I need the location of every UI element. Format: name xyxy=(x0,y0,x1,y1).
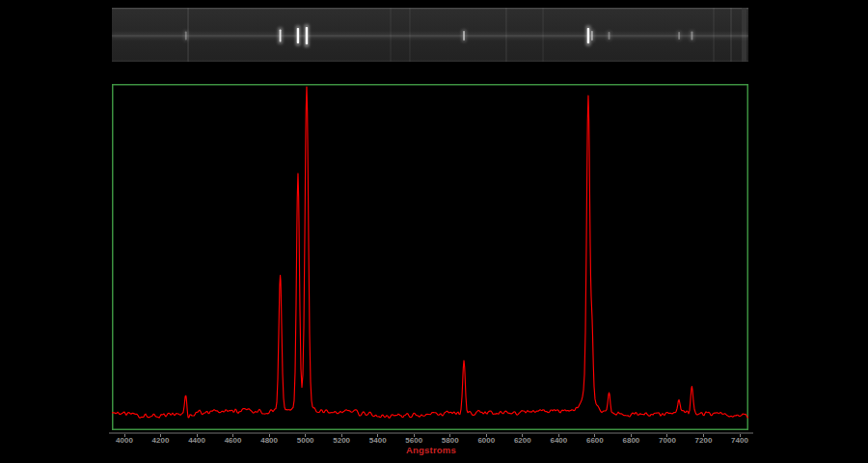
strip-emission-line xyxy=(587,28,589,43)
x-tick-label: 6800 xyxy=(613,436,648,445)
plot-border xyxy=(113,85,748,430)
x-tick-label: 6200 xyxy=(505,436,540,445)
x-tick-label: 7000 xyxy=(650,436,685,445)
x-tick-label: 4000 xyxy=(107,436,142,445)
x-tick-label: 5600 xyxy=(396,436,431,445)
strip-column-streak xyxy=(390,8,392,62)
x-axis-label: Angstroms xyxy=(383,445,479,455)
raw-spectrum-strip-image xyxy=(112,8,748,62)
strip-column-streak xyxy=(409,8,411,62)
strip-emission-line xyxy=(306,27,308,44)
strip-emission-line xyxy=(297,28,299,43)
x-tick-label: 4600 xyxy=(216,436,251,445)
x-tick-label: 4200 xyxy=(144,436,178,445)
x-tick-label: 7400 xyxy=(722,436,757,445)
spectroscopy-screen: 4000420044004600480050005200540056005800… xyxy=(0,0,868,463)
x-tick-label: 7200 xyxy=(686,436,720,445)
x-tick-label: 6600 xyxy=(578,436,612,445)
x-tick-label: 4400 xyxy=(179,436,214,445)
strip-column-streak xyxy=(542,8,544,62)
strip-emission-line xyxy=(280,30,282,42)
strip-continuum-band-core xyxy=(112,35,748,37)
x-tick-label: 5400 xyxy=(361,436,395,445)
spectrum-chart xyxy=(112,84,748,430)
x-tick-label: 5000 xyxy=(288,436,323,445)
strip-top-highlight xyxy=(112,8,748,9)
strip-emission-line xyxy=(185,32,187,41)
strip-emission-line xyxy=(692,32,693,41)
x-axis-line xyxy=(109,432,753,434)
strip-emission-line xyxy=(609,32,610,40)
strip-bottom-edge xyxy=(112,61,748,63)
x-tick-label: 4800 xyxy=(252,436,286,445)
strip-column-streak xyxy=(505,8,507,62)
strip-emission-line xyxy=(463,31,465,41)
strip-column-streak xyxy=(713,8,715,62)
x-tick-label: 5200 xyxy=(324,436,359,445)
strip-column-streak xyxy=(730,8,732,62)
strip-emission-line xyxy=(678,32,680,40)
x-tick-label: 6400 xyxy=(541,436,576,445)
x-tick-label: 5800 xyxy=(433,436,468,445)
strip-emission-line xyxy=(591,31,593,41)
x-tick-label: 6000 xyxy=(469,436,503,445)
spectrum-trace xyxy=(112,87,748,418)
